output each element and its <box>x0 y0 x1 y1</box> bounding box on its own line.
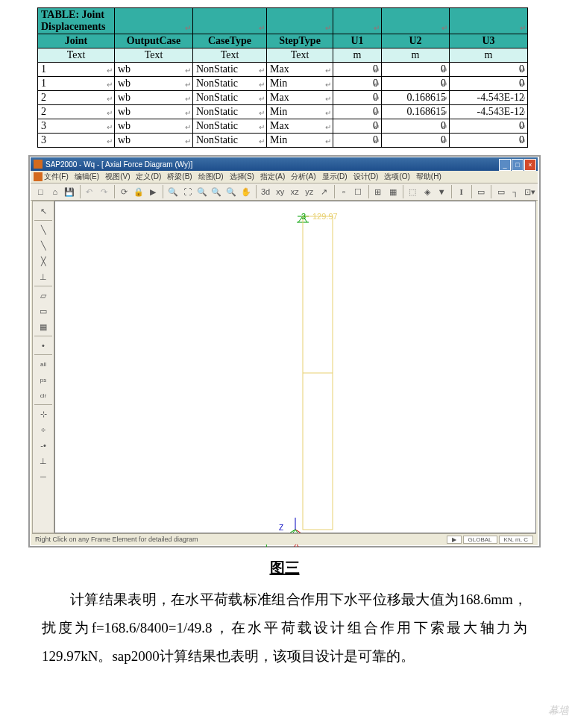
zoom-full-icon[interactable]: ⛶ <box>180 184 195 199</box>
menu-assign[interactable]: 指定(A) <box>260 172 285 182</box>
draw-quick-frame-icon[interactable]: ╲ <box>36 238 51 253</box>
table-row: 1↵wb↵NonStatic↵Min↵0↵0↵0↵ <box>38 77 528 91</box>
menu-analyze[interactable]: 分析(A) <box>291 172 315 182</box>
toolbar: □ ⌂ 💾 ↶ ↷ ⟳ 🔒 ▶ 🔍 ⛶ 🔍 🔍 🔍 ✋ 3d xy xz yz … <box>31 183 538 201</box>
snap-line-icon[interactable]: ─ <box>36 469 51 484</box>
select-prev-icon[interactable]: ps <box>36 372 51 387</box>
draw-quick-area-icon[interactable]: ▦ <box>36 319 51 334</box>
pan-icon[interactable]: ✋ <box>239 184 253 199</box>
window-title: SAP2000 - Wq - [ Axial Force Diagram (Wy… <box>45 160 192 169</box>
menu-view[interactable]: 视图(V) <box>105 172 130 182</box>
redo-icon[interactable]: ↷ <box>97 184 111 199</box>
obj-shrink-icon[interactable]: ▫ <box>337 184 351 199</box>
snap-end-icon[interactable]: -• <box>36 438 51 453</box>
node-label: 3 <box>301 212 306 221</box>
arrow-icon[interactable]: ▶ <box>447 536 462 544</box>
zoom-out-icon[interactable]: 🔍 <box>224 184 239 199</box>
draw-area-icon[interactable]: ▱ <box>36 288 51 303</box>
refresh-icon[interactable]: ⟳ <box>117 184 131 199</box>
left-toolbar: ↖ ╲ ╲ ╳ ⊥ ▱ ▭ ▦ • all ps clr ⊹ ÷ -• ⊥ ─ <box>32 201 54 533</box>
draw-rect-icon[interactable]: ▭ <box>36 304 51 318</box>
table-units-row: Text Text Text Text m m m <box>38 48 528 63</box>
joint-displacement-table: TABLE: Joint Displacements ↵ ↵ ↵ ↵ ↵ ↵ J… <box>37 7 528 148</box>
menu-display[interactable]: 显示(D) <box>322 172 348 182</box>
minimize-button[interactable]: _ <box>499 159 511 171</box>
menu-bridge[interactable]: 桥梁(B) <box>167 172 192 182</box>
table-row: 3↵wb↵NonStatic↵Min↵0↵0↵0↵ <box>38 134 528 148</box>
zoom-rubber-icon[interactable]: 🔍 <box>166 184 180 199</box>
window-titlebar: SAP2000 - Wq - [ Axial Force Diagram (Wy… <box>31 157 538 171</box>
joint-icon[interactable]: ┐ <box>509 184 523 199</box>
table-row: 1↵wb↵NonStatic↵Max↵0↵0↵0↵ <box>38 63 528 77</box>
xz-icon[interactable]: xz <box>288 184 302 199</box>
menu-edit[interactable]: 编辑(E) <box>75 172 99 182</box>
zoom-in-icon[interactable]: 🔍 <box>210 184 224 199</box>
menu-file[interactable]: 文件(F) <box>44 172 69 182</box>
snap-intersect-icon[interactable]: ⊥ <box>36 454 51 468</box>
maximize-button[interactable]: □ <box>512 159 524 171</box>
draw-joint-icon[interactable]: • <box>36 338 51 353</box>
select-all-icon[interactable]: all <box>36 357 51 371</box>
draw-brace-icon[interactable]: ╳ <box>36 254 51 269</box>
app-icon <box>34 160 43 169</box>
table-row: 2↵wb↵NonStatic↵Max↵0↵0.168615↵-4.543E-12… <box>38 91 528 105</box>
undo-icon[interactable]: ↶ <box>83 184 97 199</box>
close-button[interactable]: × <box>524 159 536 171</box>
assign-frame-icon[interactable]: ⊞ <box>371 184 386 199</box>
menu-design[interactable]: 设计(D) <box>353 172 379 182</box>
sap2000-figure: SAP2000 - Wq - [ Axial Force Diagram (Wy… <box>28 155 541 547</box>
status-hint: Right Click on any Frame Element for det… <box>35 536 198 543</box>
save-icon[interactable]: 💾 <box>63 184 77 199</box>
set-elements-icon[interactable]: ☐ <box>351 184 365 199</box>
xy-icon[interactable]: xy <box>273 184 287 199</box>
new-icon[interactable]: □ <box>34 184 48 199</box>
3d-icon[interactable]: 3d <box>259 184 273 199</box>
run-icon[interactable]: ▶ <box>146 184 160 199</box>
statusbar: Right Click on any Frame Element for det… <box>32 533 536 545</box>
table-row: 2↵wb↵NonStatic↵Min↵0↵0.168615↵-4.543E-12… <box>38 105 528 119</box>
show-forces-icon[interactable]: ▼ <box>435 184 449 199</box>
menu-help[interactable]: 帮助(H) <box>416 172 441 182</box>
draw-frame-icon[interactable]: ╲ <box>36 222 51 237</box>
show-undeformed-icon[interactable]: ⬚ <box>406 184 420 199</box>
pointer-icon[interactable]: ↖ <box>36 204 51 219</box>
assign-shell-icon[interactable]: ▦ <box>386 184 400 199</box>
axis-z-label: Z <box>279 524 283 532</box>
table-header-row: Joint OutputCase CaseType StepType U1 U2… <box>38 34 528 48</box>
menu-draw[interactable]: 绘图(D) <box>198 172 224 182</box>
open-icon[interactable]: ⌂ <box>48 184 63 199</box>
zoom-prev-icon[interactable]: 🔍 <box>195 184 210 199</box>
clear-select-icon[interactable]: clr <box>36 388 51 403</box>
info-icon[interactable]: I <box>454 184 468 199</box>
perspective-icon[interactable]: ↗ <box>317 184 331 199</box>
figure-caption: 图三 <box>0 558 569 578</box>
draw-secondary-icon[interactable]: ⊥ <box>36 269 51 284</box>
lock-icon[interactable]: 🔒 <box>131 184 145 199</box>
menu-select[interactable]: 选择(S) <box>230 172 254 182</box>
table-title-cell: TABLE: Joint Displacements <box>38 8 115 34</box>
force-value-label: 129.97 <box>312 212 338 221</box>
show-deformed-icon[interactable]: ◈ <box>420 184 434 199</box>
yz-icon[interactable]: yz <box>303 184 317 199</box>
body-paragraph: 计算结果表明，在水平荷载标准组合作用下水平位移最大值为168.6mm，扰度为f=… <box>42 586 527 671</box>
section-icon[interactable]: ▭ <box>474 184 488 199</box>
snap-point-icon[interactable]: ⊹ <box>36 407 51 421</box>
coord-system-combo[interactable]: GLOBAL <box>463 536 497 544</box>
group-icon[interactable]: ⊡▾ <box>524 184 538 199</box>
cut-icon[interactable]: ▭ <box>494 184 508 199</box>
model-canvas[interactable]: 3 129.97 Y Z X <box>54 201 536 533</box>
menubar[interactable]: 文件(F) 编辑(E) 视图(V) 定义(D) 桥梁(B) 绘图(D) 选择(S… <box>31 171 538 183</box>
menu-options[interactable]: 选项(O) <box>384 172 409 182</box>
snap-mid-icon[interactable]: ÷ <box>36 422 51 437</box>
table-row: 3↵wb↵NonStatic↵Max↵0↵0↵0↵ <box>38 119 528 134</box>
units-combo[interactable]: KN, m, C <box>499 536 533 544</box>
app-icon <box>34 172 43 181</box>
menu-define[interactable]: 定义(D) <box>136 172 161 182</box>
